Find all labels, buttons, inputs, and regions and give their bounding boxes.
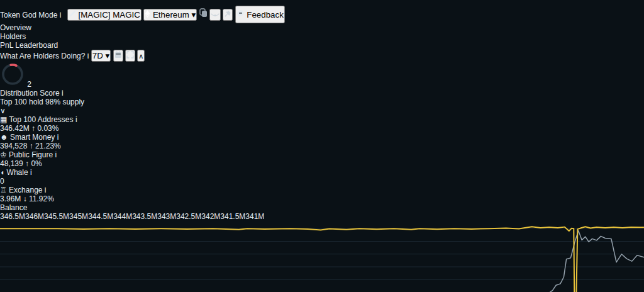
page-title: Token God Mode — [0, 11, 57, 20]
exchange-bank-icon: ♖ — [0, 186, 7, 194]
timeframe-dropdown[interactable]: 7D ▾ — [91, 50, 111, 62]
watch-visibility-button[interactable] — [209, 9, 221, 21]
header-bar: Token God Mode i [MAGIC] MAGIC Ethereum … — [0, 6, 644, 23]
card-value: 0 — [0, 177, 4, 186]
collapse-button[interactable]: ∧ — [137, 50, 145, 62]
calendar-button[interactable] — [113, 50, 123, 62]
card-value: 3.96M — [0, 194, 21, 203]
card-value: 346.42M — [0, 124, 30, 133]
info-icon[interactable]: i — [45, 186, 47, 194]
left-axis-title: Balance — [0, 203, 644, 212]
chain-selector-label: Ethereum — [153, 10, 189, 20]
smart-money-face-icon: ☻ — [0, 133, 8, 142]
info-icon[interactable]: i — [30, 168, 32, 177]
card-title: Smart Money — [10, 133, 55, 142]
tab-pnl-leaderboard[interactable]: PnL Leaderboard — [0, 41, 644, 50]
info-icon[interactable]: i — [75, 115, 77, 124]
card-delta: ↓ 11.92% — [23, 194, 54, 203]
eye-icon — [211, 11, 219, 18]
distribution-score-gauge: 2 — [0, 62, 644, 89]
section-title: What Are Holders Doing? — [0, 52, 85, 60]
card-public-figure[interactable]: ♔ Public Figure i 48,139 ↑ 0% — [0, 150, 644, 168]
series-balance — [0, 230, 644, 292]
card-value: 394,528 — [0, 142, 27, 150]
token-selector-button[interactable]: [MAGIC] MAGIC — [67, 9, 142, 21]
pin-button[interactable] — [223, 9, 233, 21]
holder-metric-cards: 2 Distribution Score i Top 100 hold 98% … — [0, 62, 644, 203]
card-title: Top 100 Addresses — [9, 115, 73, 124]
card-delta: ↑ 21.23% — [30, 142, 61, 150]
tab-overview[interactable]: Overview — [0, 23, 644, 32]
pin-icon — [224, 10, 231, 18]
holders-panel: What Are Holders Doing? i 7D ▾ ∧ — [0, 50, 644, 292]
series-token-price — [0, 227, 644, 292]
feedback-label: Feedback — [247, 10, 284, 20]
card-top-100-addresses[interactable]: ▦ Top 100 Addresses i 346.42M ↑ 0.03% — [0, 115, 644, 133]
chevron-down-icon: ▾ — [191, 10, 196, 20]
card-title: Exchange — [9, 186, 42, 194]
chart-plot-area[interactable] — [0, 221, 644, 292]
whale-icon: ◖ — [0, 168, 4, 177]
card-whale[interactable]: ◖ Whale i 0 — [0, 168, 644, 186]
public-figure-icon: ♔ — [0, 150, 7, 159]
distribution-info-icon[interactable]: i — [62, 89, 64, 98]
timeframe-label: 7D — [92, 51, 103, 60]
card-value: 48,139 — [0, 159, 23, 168]
card-delta: ↑ 0.03% — [31, 124, 58, 133]
card-title: Whale — [7, 168, 28, 177]
calendar-icon — [114, 51, 122, 59]
card-title: Public Figure — [9, 150, 53, 159]
chat-bubble-icon — [236, 9, 245, 18]
token-selector-label: [MAGIC] MAGIC — [78, 10, 140, 20]
card-delta: ↑ 0% — [25, 159, 42, 168]
card-exchange[interactable]: ♖ Exchange i 3.96M ↓ 11.92% — [0, 186, 644, 203]
fullscreen-button[interactable] — [125, 50, 135, 62]
fullscreen-icon — [126, 51, 134, 59]
chevron-down-icon: ∨ — [0, 106, 6, 115]
chevron-up-icon: ∧ — [138, 52, 143, 60]
pencil-icon — [69, 10, 76, 18]
addresses-grid-icon: ▦ — [0, 115, 7, 124]
balance-axis-ticks: 346.5M346M345.5M345M344.5M344M343.5M343M… — [0, 212, 644, 221]
chevron-down-icon: ▾ — [106, 51, 110, 60]
holders-chart: Balance 346.5M346M345.5M345M344.5M344M34… — [0, 203, 644, 292]
distribution-score-card[interactable]: 2 Distribution Score i Top 100 hold 98% … — [0, 62, 644, 115]
tab-holders[interactable]: Holders — [0, 32, 644, 41]
top-gradient-strip — [0, 0, 644, 6]
card-smart-money[interactable]: ☻ Smart Money i 394,528 ↑ 21.23% — [0, 133, 644, 150]
page-info-icon[interactable]: i — [60, 11, 62, 20]
info-icon[interactable]: i — [57, 133, 59, 142]
distribution-score-title: Distribution Score — [0, 89, 60, 98]
distribution-score-value: 2 — [27, 80, 31, 89]
ethereum-icon — [145, 10, 153, 20]
chain-selector-dropdown[interactable]: Ethereum ▾ — [143, 9, 197, 21]
tab-bar: Overview Holders PnL Leaderboard — [0, 23, 644, 50]
info-icon[interactable]: i — [55, 150, 57, 159]
feedback-button[interactable]: Feedback — [235, 6, 285, 23]
distribution-score-subtitle: Top 100 hold 98% supply — [0, 98, 644, 106]
section-info-icon[interactable]: i — [87, 52, 89, 60]
copy-address-icon[interactable] — [199, 8, 208, 18]
